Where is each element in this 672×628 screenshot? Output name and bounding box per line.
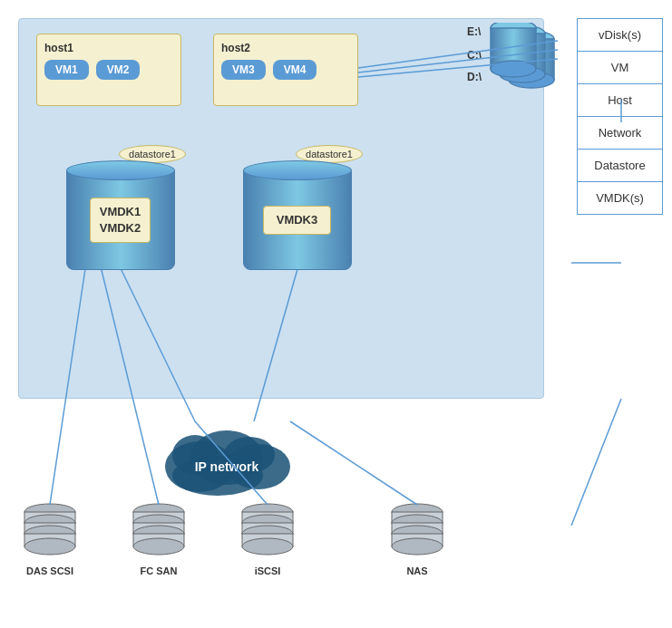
legend-vmdk: VMDK(s) bbox=[577, 181, 663, 215]
host2-box: host2 VM3 VM4 bbox=[213, 34, 358, 106]
legend-network: Network bbox=[577, 116, 663, 149]
svg-text:IP network: IP network bbox=[195, 459, 259, 474]
diagram-container: host1 VM1 VM2 host2 VM3 VM4 datastore1 V… bbox=[0, 0, 672, 628]
ds2-oval-wrapper: datastore1 bbox=[231, 145, 363, 160]
datastore1-wrapper: datastore1 VMDK1 VMDK2 bbox=[54, 145, 186, 269]
iscsi-item: iSCSI bbox=[240, 503, 295, 576]
fc-san-item: FC SAN bbox=[131, 503, 186, 576]
vm3-pill: VM3 bbox=[221, 60, 266, 80]
drive-c: C:\ bbox=[467, 49, 482, 62]
svg-point-20 bbox=[133, 538, 184, 555]
vmdk2-text: VMDK2 bbox=[100, 221, 141, 235]
legend-panel: vDisk(s) VM Host Network Datastore VMDK(… bbox=[577, 18, 663, 215]
legend-vdisk: vDisk(s) bbox=[577, 18, 663, 51]
vmdk1-text: VMDK1 bbox=[100, 205, 141, 218]
ds1-cyl-body: VMDK1 VMDK2 bbox=[66, 170, 175, 270]
svg-point-13 bbox=[24, 538, 75, 555]
svg-point-34 bbox=[392, 538, 443, 555]
host2-vm-row: VM3 VM4 bbox=[221, 60, 350, 80]
ds2-cylinder: VMDK3 bbox=[239, 160, 356, 269]
host1-vm-row: VM1 VM2 bbox=[44, 60, 173, 80]
ds1-cyl-top bbox=[66, 160, 175, 180]
das-label: DAS SCSI bbox=[26, 565, 73, 576]
ds2-cyl-body: VMDK3 bbox=[243, 170, 352, 270]
drive-letters-group: E:\ C:\ D:\ bbox=[467, 25, 482, 83]
datastore2-wrapper: datastore1 VMDK3 bbox=[231, 145, 363, 269]
svg-point-43 bbox=[491, 61, 536, 77]
ds1-vmdk-label: VMDK1 VMDK2 bbox=[90, 198, 151, 243]
fc-label: FC SAN bbox=[141, 565, 178, 576]
nas-label: NAS bbox=[406, 565, 427, 576]
host1-box: host1 VM1 VM2 bbox=[36, 34, 181, 106]
svg-line-49 bbox=[290, 421, 417, 505]
ds1-oval-wrapper: datastore1 bbox=[54, 145, 186, 160]
legend-vm: VM bbox=[577, 51, 663, 83]
svg-line-55 bbox=[571, 399, 621, 526]
drive-e: E:\ bbox=[467, 25, 482, 38]
vm2-pill: VM2 bbox=[96, 60, 141, 80]
vmdk3-text: VMDK3 bbox=[277, 213, 318, 227]
das-scsi-item: DAS SCSI bbox=[23, 503, 77, 576]
legend-datastore: Datastore bbox=[577, 149, 663, 181]
drive-d: D:\ bbox=[467, 71, 482, 83]
ds1-cylinder: VMDK1 VMDK2 bbox=[62, 160, 180, 269]
host1-label: host1 bbox=[44, 42, 173, 54]
vm1-pill: VM1 bbox=[44, 60, 89, 80]
legend-host: Host bbox=[577, 83, 663, 116]
nas-item: NAS bbox=[390, 503, 444, 576]
vdisk-cylinders bbox=[482, 23, 559, 107]
iscsi-label: iSCSI bbox=[255, 565, 281, 576]
vm4-pill: VM4 bbox=[273, 60, 317, 80]
ds2-cyl-top bbox=[243, 160, 352, 180]
svg-point-27 bbox=[242, 538, 293, 555]
ds2-vmdk-label: VMDK3 bbox=[263, 206, 332, 235]
ip-network-cloud: IP network bbox=[150, 417, 295, 489]
host2-label: host2 bbox=[221, 42, 350, 54]
